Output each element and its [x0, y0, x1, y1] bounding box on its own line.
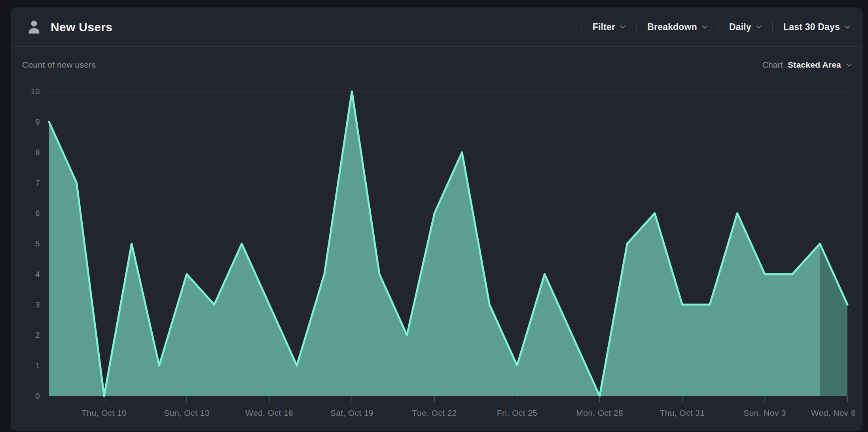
- header-controls: Filter Breakdown Daily Last 30 Days: [571, 22, 850, 32]
- divider: [718, 22, 718, 32]
- breakdown-label: Breakdown: [647, 22, 697, 32]
- svg-text:9: 9: [35, 117, 40, 126]
- chart-title: Count of new users: [22, 60, 96, 70]
- chevron-down-icon: [846, 63, 852, 67]
- x-axis-labels: Thu, Oct 10Sun, Oct 13Wed, Oct 16Sat, Oc…: [81, 396, 856, 417]
- svg-text:5: 5: [35, 239, 40, 248]
- svg-text:8: 8: [35, 148, 40, 157]
- svg-text:1: 1: [35, 361, 40, 370]
- divider: [582, 22, 582, 32]
- area-chart[interactable]: 012345678910Thu, Oct 10Sun, Oct 13Wed, O…: [11, 83, 862, 431]
- svg-text:4: 4: [35, 270, 40, 279]
- divider: [772, 22, 773, 32]
- filter-dropdown[interactable]: Filter: [593, 22, 625, 32]
- chart-type-dropdown[interactable]: Chart Stacked Area: [762, 60, 852, 70]
- y-axis-labels: 012345678910: [31, 87, 40, 400]
- svg-text:6: 6: [35, 209, 40, 218]
- svg-text:10: 10: [31, 87, 40, 96]
- svg-text:Wed, Oct 16: Wed, Oct 16: [245, 408, 293, 417]
- date-range-dropdown[interactable]: Last 30 Days: [783, 22, 850, 32]
- svg-text:0: 0: [35, 392, 40, 400]
- partial-period-band: [820, 244, 847, 396]
- interval-dropdown[interactable]: Daily: [729, 22, 762, 32]
- svg-text:3: 3: [35, 300, 40, 309]
- svg-text:7: 7: [35, 178, 40, 187]
- svg-text:2: 2: [35, 331, 40, 339]
- svg-text:Thu, Oct 31: Thu, Oct 31: [660, 408, 705, 417]
- page-title: New Users: [51, 21, 112, 34]
- svg-text:Fri, Oct 25: Fri, Oct 25: [497, 408, 537, 417]
- svg-text:Sun, Oct 13: Sun, Oct 13: [164, 408, 209, 417]
- date-range-label: Last 30 Days: [783, 22, 840, 32]
- user-icon: [25, 19, 43, 36]
- svg-text:Wed, Nov 6: Wed, Nov 6: [811, 408, 856, 417]
- card-header: New Users Filter Breakdown Daily Last 30…: [11, 8, 862, 47]
- breakdown-dropdown[interactable]: Breakdown: [647, 22, 707, 32]
- svg-text:Sun, Nov 3: Sun, Nov 3: [743, 408, 786, 417]
- new-users-card: New Users Filter Breakdown Daily Last 30…: [11, 8, 862, 431]
- chevron-down-icon: [620, 25, 625, 29]
- chevron-down-icon: [845, 25, 850, 29]
- chart-subheader: Count of new users Chart Stacked Area: [11, 47, 862, 83]
- svg-text:Mon, Oct 28: Mon, Oct 28: [576, 408, 623, 417]
- filter-label: Filter: [593, 22, 615, 32]
- chart-type-label: Chart: [762, 60, 783, 70]
- chart-type-value: Stacked Area: [788, 60, 841, 70]
- svg-text:Thu, Oct 10: Thu, Oct 10: [81, 408, 127, 417]
- chevron-down-icon: [702, 25, 707, 29]
- svg-text:Tue, Oct 22: Tue, Oct 22: [412, 408, 457, 417]
- chevron-down-icon: [756, 25, 762, 29]
- svg-text:Sat, Oct 19: Sat, Oct 19: [330, 408, 373, 417]
- header-left: New Users: [25, 19, 112, 36]
- divider: [636, 22, 637, 32]
- interval-label: Daily: [729, 22, 751, 32]
